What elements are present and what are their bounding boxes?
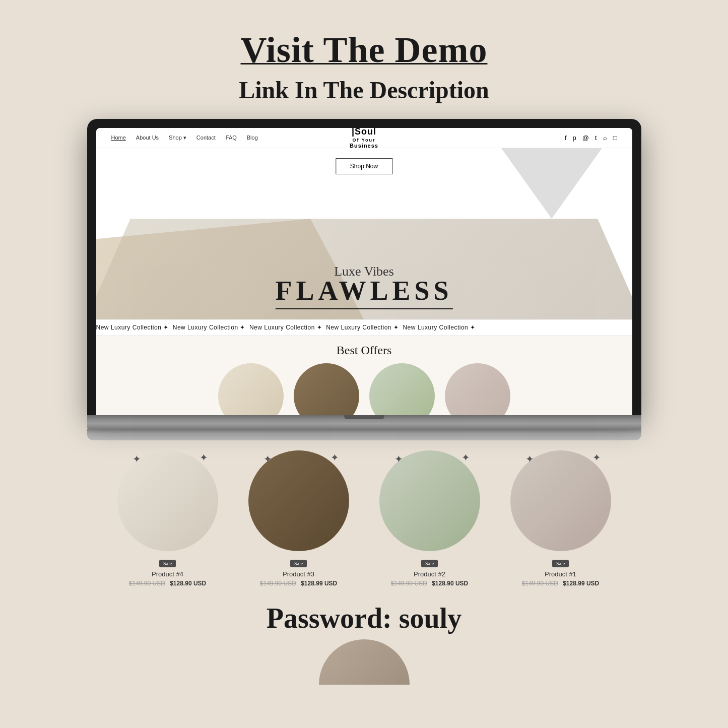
- nav-shop[interactable]: Shop ▾: [169, 135, 186, 141]
- flawless-text-block: Luxe Vibes FLAWLESS: [275, 264, 452, 309]
- product-circle-large-2: [248, 450, 349, 551]
- password-section: Password: souly: [267, 602, 461, 634]
- marquee-item-2: New Luxury Collection ✦: [173, 324, 245, 331]
- marquee-track: New Luxury Collection ✦ New Luxury Colle…: [96, 324, 632, 331]
- marquee-item-1: New Luxury Collection ✦: [96, 324, 169, 331]
- logo-of-your: Of Your: [350, 138, 378, 143]
- sale-badge-3: Sale: [421, 560, 438, 567]
- shop-now-button[interactable]: Shop Now: [336, 158, 392, 174]
- nav-icons: f p @ t ⌕ □: [565, 134, 617, 142]
- product-item-2: ✦ ✦ Sale Product #3 $149.90 USD $128.99 …: [243, 450, 354, 587]
- new-price-2: $128.99 USD: [301, 580, 337, 587]
- laptop-screen-area: Home About Us Shop ▾ Contact FAQ Blog |S…: [87, 119, 641, 415]
- cart-icon[interactable]: □: [613, 134, 617, 142]
- product-prices-4: $149.90 USD $128.99 USD: [505, 580, 616, 587]
- logo-soul: |Soul: [350, 128, 378, 137]
- nav-about[interactable]: About Us: [136, 135, 159, 141]
- old-price-3: $149.90 USD: [391, 580, 427, 587]
- sparkle-tl-3: ✦: [394, 453, 403, 465]
- product-circle-large-4: [510, 450, 611, 551]
- product-circle-small-4: [445, 363, 510, 415]
- product-name-4: Product #1: [505, 570, 616, 578]
- new-price-4: $128.99 USD: [563, 580, 599, 587]
- nav-bar: Home About Us Shop ▾ Contact FAQ Blog |S…: [96, 128, 632, 148]
- laptop-bottom: [87, 429, 641, 440]
- best-offers-title: Best Offers: [96, 344, 632, 357]
- laptop-screen: Home About Us Shop ▾ Contact FAQ Blog |S…: [96, 128, 632, 415]
- product-circle-small-1: [218, 363, 284, 415]
- sparkle-tr-4: ✦: [592, 451, 601, 464]
- product-prices-2: $149.90 USD $128.99 USD: [243, 580, 354, 587]
- page-title: Visit The Demo: [239, 30, 489, 70]
- sparkle-tr-2: ✦: [330, 451, 339, 464]
- sparkle-tr-3: ✦: [461, 451, 470, 464]
- facebook-icon[interactable]: f: [565, 134, 567, 142]
- flawless-word: FLAWLESS: [275, 275, 452, 309]
- bottom-circle-preview: [319, 639, 410, 685]
- instagram-icon[interactable]: @: [582, 134, 589, 142]
- product-item-1: ✦ ✦ Sale Product #4 $149.90 USD $128.90 …: [112, 450, 223, 587]
- laptop-base: [87, 415, 641, 429]
- product-name-1: Product #4: [112, 570, 223, 578]
- product-item-3: ✦ ✦ Sale Product #2 $149.90 USD $128.90 …: [374, 450, 485, 587]
- sale-badge-2: Sale: [290, 560, 307, 567]
- password-text: Password: souly: [267, 602, 461, 634]
- product-prices-1: $149.90 USD $128.90 USD: [112, 580, 223, 587]
- laptop-container: Home About Us Shop ▾ Contact FAQ Blog |S…: [87, 119, 641, 440]
- products-section: ✦ ✦ Sale Product #4 $149.90 USD $128.90 …: [62, 450, 667, 587]
- product-circle-large-3: [379, 450, 480, 551]
- marquee-item-3: New Luxury Collection ✦: [249, 324, 322, 331]
- sale-badge-1: Sale: [159, 560, 176, 567]
- hero-section: Shop Now Luxe Vibes FLAWLESS: [96, 148, 632, 319]
- nav-contact[interactable]: Contact: [196, 135, 216, 141]
- product-prices-3: $149.90 USD $128.90 USD: [374, 580, 485, 587]
- nav-faq[interactable]: FAQ: [226, 135, 237, 141]
- product-circle-small-3: [369, 363, 435, 415]
- nav-home[interactable]: Home: [111, 135, 126, 141]
- sale-badge-4: Sale: [552, 560, 569, 567]
- old-price-2: $149.90 USD: [260, 580, 296, 587]
- new-price-1: $128.90 USD: [170, 580, 206, 587]
- search-icon[interactable]: ⌕: [603, 134, 607, 142]
- new-price-3: $128.90 USD: [432, 580, 468, 587]
- sparkle-tl-2: ✦: [263, 453, 272, 465]
- product-circle-small-2: [294, 363, 359, 415]
- sparkle-tr-1: ✦: [200, 451, 208, 464]
- page-subtitle: Link In The Description: [239, 76, 489, 104]
- hero-content: Shop Now: [336, 158, 392, 174]
- nav-blog[interactable]: Blog: [247, 135, 258, 141]
- best-offers-section: Best Offers: [96, 336, 632, 415]
- product-circle-large-1: [117, 450, 218, 551]
- website-preview: Home About Us Shop ▾ Contact FAQ Blog |S…: [96, 128, 632, 415]
- old-price-1: $149.90 USD: [129, 580, 165, 587]
- marquee-item-4: New Luxury Collection ✦: [326, 324, 399, 331]
- tiktok-icon[interactable]: t: [595, 134, 597, 142]
- old-price-4: $149.90 USD: [522, 580, 558, 587]
- nav-logo: |Soul Of Your Business: [350, 128, 378, 149]
- marquee-item-5: New Luxury Collection ✦: [403, 324, 475, 331]
- pinterest-icon[interactable]: p: [573, 134, 576, 142]
- product-item-4: ✦ ✦ Sale Product #1 $149.90 USD $128.99 …: [505, 450, 616, 587]
- sparkle-tl-4: ✦: [525, 453, 534, 465]
- product-name-2: Product #3: [243, 570, 354, 578]
- sparkle-tl-1: ✦: [133, 453, 141, 465]
- product-name-3: Product #2: [374, 570, 485, 578]
- products-row-inside: [96, 363, 632, 415]
- hero-triangle: [501, 148, 602, 219]
- top-section: Visit The Demo Link In The Description: [239, 0, 489, 104]
- nav-links: Home About Us Shop ▾ Contact FAQ Blog: [111, 135, 258, 141]
- marquee-section: New Luxury Collection ✦ New Luxury Colle…: [96, 319, 632, 336]
